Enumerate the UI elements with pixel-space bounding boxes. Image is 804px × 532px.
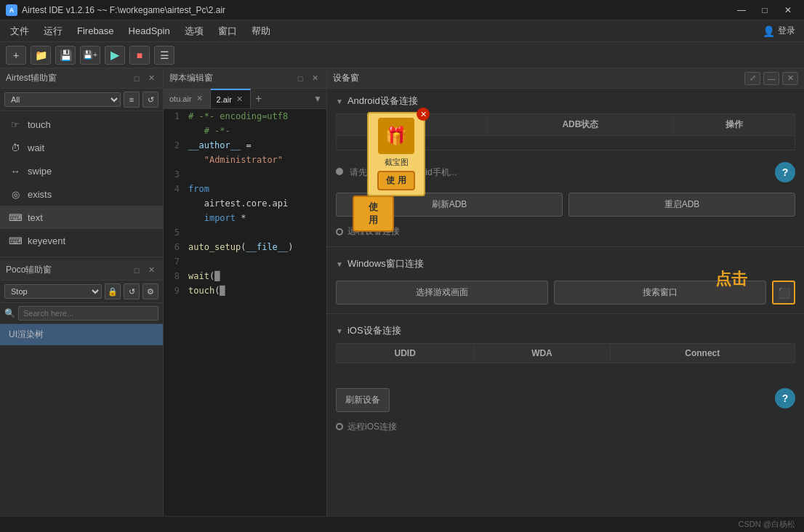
- popup-close-btn[interactable]: ✕: [417, 108, 430, 121]
- tab-2air-close[interactable]: ✕: [235, 94, 244, 104]
- device-close-btn[interactable]: ✕: [782, 72, 798, 85]
- menu-window[interactable]: 窗口: [211, 22, 244, 41]
- popup-image: 🎁: [378, 118, 414, 154]
- select-game-window-btn[interactable]: 选择游戏画面: [336, 281, 548, 305]
- status-bar: CSDN @白杨松: [0, 516, 804, 532]
- wait-icon: ⏱: [9, 141, 22, 154]
- code-line-3: 3: [164, 167, 326, 182]
- left-panel: Airtest辅助窗 □ ✕ All ≡ ↺ ☞ touch ⏱: [0, 68, 164, 532]
- toolbar-save-button[interactable]: 💾: [55, 46, 76, 65]
- toolbar: + 📁 💾 💾+ ▶ ■ ☰: [0, 42, 804, 68]
- api-item-text[interactable]: ⌨ text: [0, 206, 163, 229]
- poco-search-input[interactable]: [18, 306, 158, 321]
- poco-settings-btn[interactable]: ⚙: [142, 283, 158, 299]
- minimize-button[interactable]: —: [731, 4, 752, 17]
- tab-2air[interactable]: 2.air ✕: [211, 89, 251, 109]
- airtest-close-btn[interactable]: ✕: [145, 73, 157, 84]
- poco-expand-btn[interactable]: □: [131, 265, 142, 276]
- toolbar-more-button[interactable]: ☰: [154, 46, 174, 65]
- airtest-filter-select[interactable]: All: [4, 92, 121, 107]
- editor-panel-title: 脚本编辑窗: [169, 72, 213, 84]
- menu-run[interactable]: 运行: [36, 22, 70, 41]
- toolbar-saveas-button[interactable]: 💾+: [80, 46, 100, 65]
- title-bar-left: A Airtest IDE v1.2.16 ~~ F:\workegame\ai…: [6, 4, 225, 16]
- tab-otu-label: otu.air: [169, 94, 192, 103]
- editor-close-btn[interactable]: ✕: [309, 73, 321, 84]
- device-panel-title: 设备窗: [333, 72, 359, 84]
- api-item-swipe[interactable]: ↔ swipe: [0, 159, 163, 182]
- win-select-icon-btn[interactable]: ⬛: [772, 281, 795, 305]
- toolbar-open-button[interactable]: 📁: [31, 46, 51, 65]
- airtest-expand-btn[interactable]: □: [131, 73, 142, 84]
- click-hint: 点击: [715, 268, 747, 290]
- device-popout-btn[interactable]: ⤢: [744, 72, 760, 85]
- code-area[interactable]: 1 # -*- encoding=utf8 # -*- 2 __author__…: [164, 109, 326, 532]
- poco-tree-item[interactable]: UI渲染树: [0, 324, 163, 345]
- airtest-filter-btn1[interactable]: ≡: [124, 92, 140, 108]
- ios-section-title: iOS设备连接: [347, 324, 401, 337]
- popup2-overlay: 使 用: [353, 196, 394, 232]
- poco-panel-controls: □ ✕: [131, 265, 157, 276]
- menu-options[interactable]: 选项: [177, 22, 211, 41]
- code-line-2: 2 __author__ = "Administrator": [164, 138, 326, 167]
- ios-remote-row: 远程iOS连接: [327, 416, 804, 438]
- airtest-panel-title: Airtest辅助窗: [6, 72, 57, 84]
- tab-menu-button[interactable]: ▼: [309, 94, 326, 104]
- poco-search: 🔍: [0, 303, 163, 324]
- ios-help-btn[interactable]: ?: [775, 388, 795, 408]
- title-bar-controls: — □ ✕: [731, 4, 798, 17]
- touch-icon: ☞: [9, 118, 22, 131]
- popup2-use-button[interactable]: 使 用: [353, 196, 394, 232]
- api-touch-label: touch: [28, 119, 51, 130]
- android-help-btn[interactable]: ?: [775, 162, 795, 182]
- menu-firebase[interactable]: Firebase: [70, 23, 121, 39]
- panel-separator: [0, 257, 163, 257]
- popup-overlay: ✕ 🎁 截宝图 使 用: [367, 112, 425, 196]
- editor-panel-header: 脚本编辑窗 □ ✕: [164, 68, 326, 89]
- divider-1: [327, 246, 804, 247]
- toolbar-run-button[interactable]: ▶: [105, 46, 125, 65]
- menu-help[interactable]: 帮助: [244, 22, 278, 41]
- android-col-action: 操作: [673, 114, 795, 136]
- airtest-filter-btn2[interactable]: ↺: [142, 92, 158, 108]
- code-line-1: 1 # -*- encoding=utf8 # -*-: [164, 109, 326, 138]
- poco-panel-title: Poco辅助窗: [6, 264, 52, 276]
- android-remote-row: 远程设备连接: [327, 221, 804, 242]
- restart-adb-btn[interactable]: 重启ADB: [568, 193, 795, 217]
- tab-otu-close[interactable]: ✕: [195, 94, 204, 103]
- editor-expand-btn[interactable]: □: [294, 73, 306, 84]
- api-list: ☞ touch ⏱ wait ↔ swipe ◎ exists ⌨ text: [0, 111, 163, 254]
- refresh-ios-btn[interactable]: 刷新设备: [336, 388, 390, 412]
- android-col-adb: ADB状态: [488, 114, 674, 136]
- api-item-keyevent[interactable]: ⌨ keyevent: [0, 229, 163, 252]
- api-item-touch[interactable]: ☞ touch: [0, 113, 163, 136]
- menu-file[interactable]: 文件: [3, 22, 36, 41]
- ios-col-udid: UDID: [337, 344, 474, 363]
- android-section-header: ▼ Android设备连接: [327, 89, 804, 113]
- editor-panel-controls: □ ✕: [294, 73, 321, 84]
- maximize-button[interactable]: □: [755, 4, 775, 17]
- device-min-btn[interactable]: —: [763, 72, 779, 85]
- ios-section-header: ▼ iOS设备连接: [327, 318, 804, 343]
- tab-otu[interactable]: otu.air ✕: [164, 89, 211, 109]
- airtest-panel-header: Airtest辅助窗 □ ✕: [0, 68, 163, 89]
- code-line-4: 4 from airtest.core.api import *: [164, 182, 326, 225]
- tab-add-button[interactable]: +: [251, 92, 266, 105]
- poco-close-btn[interactable]: ✕: [145, 265, 157, 276]
- login-btn[interactable]: 👤 登录: [757, 25, 801, 37]
- api-item-exists[interactable]: ◎ exists: [0, 182, 163, 206]
- menu-headspin[interactable]: HeadSpin: [121, 23, 177, 39]
- toolbar-stop-button[interactable]: ■: [129, 46, 150, 65]
- popup-use-button[interactable]: 使 用: [377, 171, 414, 190]
- android-hint-dot: [336, 168, 343, 175]
- close-button[interactable]: ✕: [778, 4, 798, 17]
- api-item-wait[interactable]: ⏱ wait: [0, 136, 163, 159]
- poco-refresh-btn[interactable]: ↺: [124, 283, 140, 299]
- device-panel-header: 设备窗 ⤢ — ✕: [327, 68, 804, 89]
- poco-mode-select[interactable]: Stop: [4, 284, 102, 299]
- toolbar-add-button[interactable]: +: [6, 46, 26, 65]
- api-exists-label: exists: [28, 189, 52, 200]
- poco-panel-header: Poco辅助窗 □ ✕: [0, 260, 163, 281]
- poco-lock-btn[interactable]: 🔒: [105, 283, 121, 299]
- code-line-8: 8 wait(█: [164, 269, 326, 283]
